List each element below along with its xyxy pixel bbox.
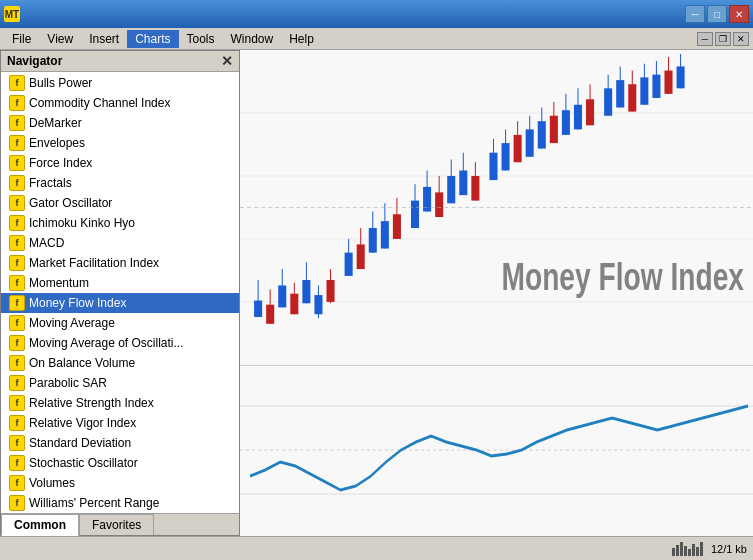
list-item[interactable]: fCommodity Channel Index xyxy=(1,93,239,113)
indicator-label: DeMarker xyxy=(29,116,82,130)
list-item[interactable]: fGator Oscillator xyxy=(1,193,239,213)
indicator-label: MACD xyxy=(29,236,64,250)
list-item[interactable]: fRelative Vigor Index xyxy=(1,413,239,433)
indicator-icon: f xyxy=(9,475,25,491)
svg-rect-22 xyxy=(357,244,365,269)
indicator-label: Relative Strength Index xyxy=(29,396,154,410)
svg-rect-66 xyxy=(640,77,648,104)
maximize-button[interactable]: □ xyxy=(707,5,727,23)
navigator-close-button[interactable]: ✕ xyxy=(221,54,233,68)
svg-rect-18 xyxy=(327,280,335,302)
indicator-label: Envelopes xyxy=(29,136,85,150)
indicator-icon: f xyxy=(9,375,25,391)
navigator-panel: Navigator ✕ fBears PowerfBollinger Bands… xyxy=(0,50,240,536)
menu-file[interactable]: File xyxy=(4,30,39,48)
list-item[interactable]: fVolumes xyxy=(1,473,239,493)
svg-rect-75 xyxy=(240,366,753,536)
indicator-icon: f xyxy=(9,355,25,371)
indicator-label: Moving Average of Oscillati... xyxy=(29,336,184,350)
list-item[interactable]: fBulls Power xyxy=(1,73,239,93)
list-item[interactable]: fWilliams' Percent Range xyxy=(1,493,239,513)
menu-help[interactable]: Help xyxy=(281,30,322,48)
indicator-icon: f xyxy=(9,395,25,411)
indicator-label: Stochastic Oscillator xyxy=(29,456,138,470)
svg-rect-42 xyxy=(489,153,497,180)
indicator-label: Momentum xyxy=(29,276,89,290)
svg-rect-32 xyxy=(423,187,431,212)
svg-rect-58 xyxy=(586,99,594,125)
list-item[interactable]: fMACD xyxy=(1,233,239,253)
indicator-icon: f xyxy=(9,135,25,151)
list-item[interactable]: fIchimoku Kinko Hyo xyxy=(1,213,239,233)
status-filesize: 12/1 kb xyxy=(711,543,747,555)
svg-rect-62 xyxy=(616,80,624,107)
list-item[interactable]: fDeMarker xyxy=(1,113,239,133)
svg-rect-36 xyxy=(447,176,455,203)
bar-indicator xyxy=(672,542,703,556)
tab-common[interactable]: Common xyxy=(1,514,79,536)
svg-rect-68 xyxy=(652,75,660,98)
svg-rect-24 xyxy=(369,228,377,253)
main-chart[interactable]: Money Flow Index xyxy=(240,50,753,366)
list-item[interactable]: fMomentum xyxy=(1,273,239,293)
svg-rect-40 xyxy=(471,176,479,201)
list-item[interactable]: fOn Balance Volume xyxy=(1,353,239,373)
app-icon: MT xyxy=(4,6,20,22)
list-item[interactable]: fRelative Strength Index xyxy=(1,393,239,413)
navigator-title: Navigator xyxy=(7,54,62,68)
menu-window[interactable]: Window xyxy=(223,30,282,48)
svg-rect-52 xyxy=(550,116,558,143)
indicator-icon: f xyxy=(9,115,25,131)
svg-rect-38 xyxy=(459,170,467,195)
mdi-close[interactable]: ✕ xyxy=(733,32,749,46)
svg-rect-72 xyxy=(677,66,685,88)
indicator-label: On Balance Volume xyxy=(29,356,135,370)
list-item[interactable]: fStandard Deviation xyxy=(1,433,239,453)
indicator-label: Bulls Power xyxy=(29,76,92,90)
indicator-icon: f xyxy=(9,235,25,251)
indicator-label: Williams' Percent Range xyxy=(29,496,159,510)
minimize-button[interactable]: ─ xyxy=(685,5,705,23)
svg-rect-28 xyxy=(393,214,401,239)
svg-text:Money Flow Index: Money Flow Index xyxy=(502,255,745,297)
indicator-chart[interactable] xyxy=(240,366,753,536)
indicator-icon: f xyxy=(9,435,25,451)
svg-rect-14 xyxy=(302,280,310,303)
indicator-label: Standard Deviation xyxy=(29,436,131,450)
list-item[interactable]: fStochastic Oscillator xyxy=(1,453,239,473)
svg-rect-50 xyxy=(538,121,546,148)
list-item[interactable]: fMoving Average xyxy=(1,313,239,333)
list-item[interactable]: fMoney Flow Index xyxy=(1,293,239,313)
svg-rect-48 xyxy=(526,129,534,156)
svg-rect-34 xyxy=(435,192,443,217)
svg-rect-16 xyxy=(314,295,322,314)
svg-rect-44 xyxy=(502,143,510,170)
indicator-label: Ichimoku Kinko Hyo xyxy=(29,216,135,230)
indicator-icon: f xyxy=(9,295,25,311)
list-item[interactable]: fEnvelopes xyxy=(1,133,239,153)
menu-insert[interactable]: Insert xyxy=(81,30,127,48)
mdi-restore[interactable]: ❐ xyxy=(715,32,731,46)
list-item[interactable]: fParabolic SAR xyxy=(1,373,239,393)
menu-view[interactable]: View xyxy=(39,30,81,48)
svg-rect-20 xyxy=(345,253,353,276)
tab-favorites[interactable]: Favorites xyxy=(79,514,154,535)
list-item[interactable]: fMarket Facilitation Index xyxy=(1,253,239,273)
indicator-label: Parabolic SAR xyxy=(29,376,107,390)
mdi-minimize[interactable]: ─ xyxy=(697,32,713,46)
indicator-icon: f xyxy=(9,315,25,331)
menu-tools[interactable]: Tools xyxy=(179,30,223,48)
status-right: 12/1 kb xyxy=(672,542,747,556)
list-item[interactable]: fMoving Average of Oscillati... xyxy=(1,333,239,353)
svg-rect-56 xyxy=(574,105,582,130)
menu-charts[interactable]: Charts xyxy=(127,30,178,48)
indicator-label: Fractals xyxy=(29,176,72,190)
navigator-tabs: Common Favorites xyxy=(1,513,239,535)
close-button[interactable]: ✕ xyxy=(729,5,749,23)
list-item[interactable]: fFractals xyxy=(1,173,239,193)
main-area: Navigator ✕ fBears PowerfBollinger Bands… xyxy=(0,50,753,536)
navigator-list[interactable]: fBears PowerfBollinger BandsfBulls Power… xyxy=(1,72,239,513)
indicator-icon: f xyxy=(9,195,25,211)
indicator-label: Force Index xyxy=(29,156,92,170)
list-item[interactable]: fForce Index xyxy=(1,153,239,173)
